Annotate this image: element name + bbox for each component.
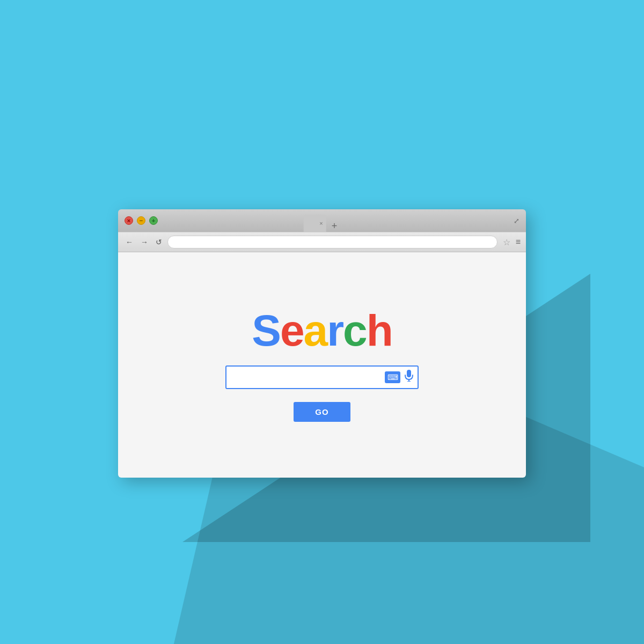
menu-icon[interactable]: ≡ [516, 237, 521, 247]
logo-letter-r: r [327, 306, 343, 355]
address-bar[interactable] [167, 236, 497, 248]
reload-button[interactable]: ↺ [153, 237, 164, 247]
go-button[interactable]: GO [294, 402, 350, 422]
expand-icon: ⤢ [514, 216, 519, 225]
content-area: Search ⌨ [118, 252, 526, 478]
keyboard-icon[interactable]: ⌨ [385, 371, 400, 383]
search-input[interactable] [226, 367, 380, 388]
title-bar: × + ⤢ [118, 209, 526, 232]
tab-area: × + [304, 209, 341, 232]
close-button[interactable] [125, 216, 133, 225]
minimize-button[interactable] [137, 216, 145, 225]
back-button[interactable]: ← [123, 237, 135, 247]
maximize-button[interactable] [149, 216, 158, 225]
nav-bar: ← → ↺ ☆ ≡ [118, 232, 526, 252]
back-icon: ← [126, 238, 133, 246]
logo-letter-h: h [367, 306, 392, 355]
svg-rect-0 [407, 370, 411, 377]
window-controls [125, 216, 158, 225]
browser-tab[interactable]: × [304, 215, 326, 232]
tab-close-icon[interactable]: × [319, 220, 323, 226]
reload-icon: ↺ [156, 238, 162, 246]
microphone-icon[interactable] [405, 370, 413, 384]
browser-window: × + ⤢ ← → ↺ [118, 209, 526, 478]
new-tab-button[interactable]: + [328, 221, 341, 232]
logo-letter-a: a [304, 306, 327, 355]
forward-icon: → [141, 238, 148, 246]
search-logo: Search [252, 309, 392, 353]
logo-letter-s: S [252, 306, 280, 355]
forward-button[interactable]: → [138, 237, 150, 247]
bookmark-icon[interactable]: ☆ [503, 237, 510, 247]
logo-letter-c: c [343, 306, 367, 355]
logo-letter-e: e [280, 306, 304, 355]
search-bar[interactable]: ⌨ [225, 365, 419, 389]
search-icons: ⌨ [380, 370, 418, 384]
